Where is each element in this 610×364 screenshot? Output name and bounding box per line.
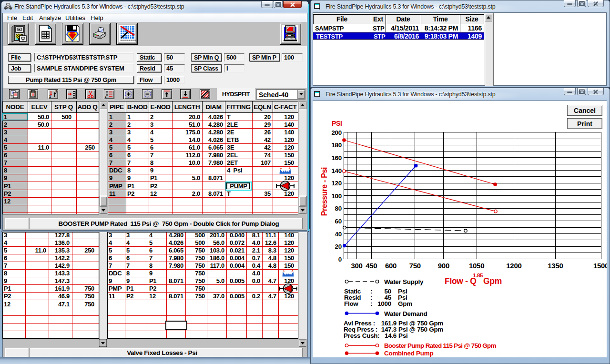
svg-text:T: T xyxy=(227,190,231,197)
svg-text:z: z xyxy=(105,95,107,98)
svg-text:6: 6 xyxy=(149,247,152,254)
svg-text:750: 750 xyxy=(84,301,94,308)
svg-text:127.8: 127.8 xyxy=(55,232,70,239)
svg-text:LENGTH: LENGTH xyxy=(174,103,200,111)
svg-text:20: 20 xyxy=(264,113,271,121)
svg-text:2: 2 xyxy=(127,121,131,128)
svg-text:TESTSTP: TESTSTP xyxy=(316,33,343,40)
svg-text:35: 35 xyxy=(264,190,271,197)
svg-text:6: 6 xyxy=(109,152,112,159)
svg-text:100: 100 xyxy=(331,192,342,200)
svg-text:6/8/2016: 6/8/2016 xyxy=(394,32,419,40)
svg-text:750: 750 xyxy=(195,262,205,269)
svg-text:161.9: 161.9 xyxy=(55,285,70,292)
svg-text:Ext: Ext xyxy=(373,15,384,23)
svg-text:1: 1 xyxy=(4,113,7,121)
svg-text:P1: P1 xyxy=(127,182,134,190)
svg-text:ADD Q: ADD Q xyxy=(78,103,98,111)
svg-text:0: 0 xyxy=(338,256,342,263)
svg-text:4.8: 4.8 xyxy=(268,262,276,269)
svg-text:9:18:03 PM: 9:18:03 PM xyxy=(425,32,458,40)
svg-text:5: 5 xyxy=(126,247,130,254)
svg-text:P1: P1 xyxy=(126,285,133,292)
svg-text:2.1: 2.1 xyxy=(252,247,260,254)
svg-text:0.0: 0.0 xyxy=(252,277,260,284)
svg-text:6.065: 6.065 xyxy=(208,144,223,151)
svg-text:P2: P2 xyxy=(4,190,11,197)
svg-text:26: 26 xyxy=(264,129,271,136)
svg-text:T: T xyxy=(227,113,231,121)
svg-text:1050: 1050 xyxy=(469,262,484,270)
svg-text:29: 29 xyxy=(264,121,271,128)
svg-text:Booster Pump Rated 115 Psi @ 7: Booster Pump Rated 115 Psi @ 750 Gpm xyxy=(384,342,497,349)
svg-text:3: 3 xyxy=(55,90,57,93)
svg-text:120: 120 xyxy=(284,277,294,284)
svg-text:PUMP: PUMP xyxy=(230,182,247,190)
svg-text:175.0: 175.0 xyxy=(185,129,200,136)
svg-text:7: 7 xyxy=(149,254,152,262)
svg-text:0.004: 0.004 xyxy=(230,262,245,269)
svg-text:6: 6 xyxy=(150,144,153,151)
svg-text:4: 4 xyxy=(127,136,131,143)
svg-text:750: 750 xyxy=(195,270,205,277)
svg-text:11: 11 xyxy=(109,190,115,197)
svg-text:61.0: 61.0 xyxy=(189,144,200,151)
svg-text:P1: P1 xyxy=(150,174,157,182)
svg-text:40: 40 xyxy=(335,231,342,238)
svg-text:8: 8 xyxy=(150,159,153,166)
svg-text:250: 250 xyxy=(85,144,95,151)
svg-text:140: 140 xyxy=(284,232,294,239)
svg-text:42: 42 xyxy=(264,144,271,151)
svg-text:107: 107 xyxy=(261,159,271,166)
svg-text:2E: 2E xyxy=(227,129,234,136)
svg-text:37.0: 37.0 xyxy=(213,293,224,300)
svg-text:4.280: 4.280 xyxy=(208,129,223,136)
svg-text:60: 60 xyxy=(335,218,342,225)
svg-text:0.072: 0.072 xyxy=(230,239,244,246)
svg-text:5: 5 xyxy=(4,144,7,151)
svg-text:4: 4 xyxy=(109,239,112,246)
svg-text:51.0: 51.0 xyxy=(189,121,200,128)
svg-text:P2: P2 xyxy=(149,285,156,292)
svg-text:1: 1 xyxy=(127,113,131,121)
svg-text:8: 8 xyxy=(126,270,130,277)
svg-text:9: 9 xyxy=(109,277,112,284)
svg-text:Size: Size xyxy=(466,15,478,23)
svg-text:4.026: 4.026 xyxy=(169,239,183,246)
svg-text:150: 150 xyxy=(284,254,294,262)
svg-text:500: 500 xyxy=(195,232,205,239)
svg-text:FITTING: FITTING xyxy=(226,103,250,111)
svg-text:6: 6 xyxy=(127,152,131,159)
svg-text:46.9: 46.9 xyxy=(58,293,70,300)
svg-text:PIPE: PIPE xyxy=(110,103,124,111)
svg-text:4: 4 xyxy=(109,136,113,143)
svg-text:5.0: 5.0 xyxy=(216,277,224,284)
svg-text:7: 7 xyxy=(109,262,112,269)
svg-text:6: 6 xyxy=(126,254,130,262)
svg-text:4.280: 4.280 xyxy=(208,121,223,128)
svg-text:7.980: 7.980 xyxy=(208,152,223,159)
svg-text:74: 74 xyxy=(264,152,271,159)
svg-text:5: 5 xyxy=(149,239,152,246)
svg-text:E-NOD: E-NOD xyxy=(151,103,171,111)
svg-text:900: 900 xyxy=(438,262,449,270)
svg-text:Combined Pump: Combined Pump xyxy=(384,350,433,357)
svg-text:8: 8 xyxy=(4,167,7,174)
svg-text:2ET: 2ET xyxy=(227,159,238,166)
svg-text:EQLN: EQLN xyxy=(254,103,271,111)
svg-text:2.0: 2.0 xyxy=(192,190,200,197)
svg-text:140: 140 xyxy=(284,121,294,128)
svg-text:STP: STP xyxy=(373,25,385,32)
svg-text:12: 12 xyxy=(4,198,10,205)
svg-text:B-NOD: B-NOD xyxy=(127,103,148,111)
svg-text:120: 120 xyxy=(284,174,294,182)
svg-text:4/15/2011: 4/15/2011 xyxy=(391,24,419,32)
svg-text:8: 8 xyxy=(127,167,131,174)
svg-text:143.3: 143.3 xyxy=(55,270,70,277)
svg-text:120: 120 xyxy=(284,239,294,246)
svg-text:47.1: 47.1 xyxy=(58,301,70,308)
svg-text:1166: 1166 xyxy=(468,24,482,32)
svg-text:4.8: 4.8 xyxy=(268,254,276,262)
svg-text:1409: 1409 xyxy=(468,32,482,40)
svg-text:NODE: NODE xyxy=(6,103,24,111)
